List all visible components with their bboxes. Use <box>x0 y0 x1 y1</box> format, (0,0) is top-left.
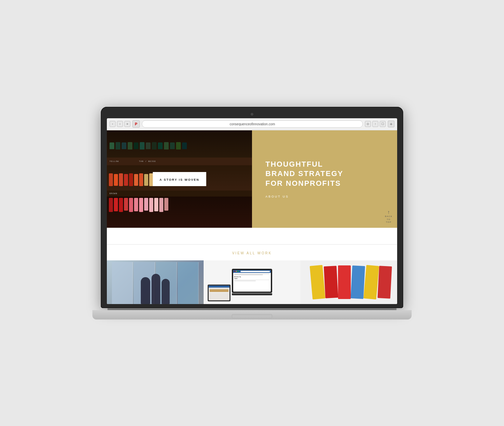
address-bar[interactable]: consequenceofinnovation.com <box>142 120 363 128</box>
screen-bezel: ‹ › ≡ P consequenceofinnovation.com ⊙ ↑ … <box>101 107 403 308</box>
portfolio-item-2[interactable]: Browse byTopic <box>204 260 300 304</box>
laptop-hinge <box>108 308 396 310</box>
publications-bg <box>300 260 397 304</box>
back-to-top-button[interactable]: ↑ BACKTOTOP <box>385 210 392 223</box>
brand-heading: THOUGHTFUL BRAND STRATEGY FOR NONPROFITS <box>265 160 384 188</box>
mockup-laptop: Browse byTopic <box>232 269 272 296</box>
brand-heading-line1: THOUGHTFUL <box>265 160 384 169</box>
students-silhouette <box>141 274 170 304</box>
hero-section: YELLOW TAN / BEIGE <box>107 130 397 228</box>
brand-heading-line2: BRAND STRATEGY <box>265 169 384 179</box>
forward-button[interactable]: › <box>117 121 123 127</box>
url-text: consequenceofinnovation.com <box>229 122 275 126</box>
story-box-text: A STORY IS WOVEN <box>160 178 200 181</box>
story-box: A STORY IS WOVEN <box>153 172 206 186</box>
about-us-link[interactable]: ABOUT US <box>265 195 384 198</box>
browser-chrome: ‹ › ≡ P consequenceofinnovation.com ⊙ ↑ … <box>107 118 397 130</box>
mockup-container: Browse byTopic <box>204 260 300 304</box>
back-to-top-text: BACKTOTOP <box>385 215 392 223</box>
website-content: YELLOW TAN / BEIGE <box>107 130 397 304</box>
label-yellow: YELLOW <box>110 160 119 163</box>
portfolio-item-3[interactable] <box>300 260 397 304</box>
portfolio-item-1[interactable] <box>107 260 204 304</box>
mockup-tablet <box>208 285 230 301</box>
bookmark-icon[interactable]: ☐ <box>380 121 386 127</box>
laptop-screen: ‹ › ≡ P consequenceofinnovation.com ⊙ ↑ … <box>107 118 397 304</box>
portfolio-grid: Browse byTopic <box>107 260 397 304</box>
laptop-base <box>92 310 412 320</box>
browser-actions: ⊙ ↑ ☐ <box>365 121 386 127</box>
view-all-work-link[interactable]: VIEW ALL WORK <box>107 251 397 255</box>
browser-nav: ‹ › ≡ <box>110 121 130 127</box>
label-tan: TAN / BEIGE <box>139 160 156 163</box>
portfolio-section: VIEW ALL WORK <box>107 245 397 304</box>
laptop-computer: ‹ › ≡ P consequenceofinnovation.com ⊙ ↑ … <box>101 107 403 320</box>
brand-strategy-panel: THOUGHTFUL BRAND STRATEGY FOR NONPROFITS… <box>252 130 397 228</box>
camera <box>251 113 253 116</box>
thread-image: YELLOW TAN / BEIGE <box>107 130 252 228</box>
reader-button[interactable]: ≡ <box>124 121 130 127</box>
person-icon[interactable]: ⊙ <box>365 121 371 127</box>
new-tab-button[interactable]: + <box>388 121 394 127</box>
browse-by-topic: Browse byTopic <box>234 276 270 279</box>
back-to-top-arrow-icon: ↑ <box>387 210 390 214</box>
back-button[interactable]: ‹ <box>110 121 116 127</box>
share-icon[interactable]: ↑ <box>372 121 378 127</box>
divider-section <box>107 228 397 245</box>
trackpad[interactable] <box>232 314 272 318</box>
pinterest-button[interactable]: P <box>132 120 140 128</box>
label-brown: BROWN <box>110 192 117 195</box>
brand-heading-line3: FOR NONPROFITS <box>265 179 384 188</box>
